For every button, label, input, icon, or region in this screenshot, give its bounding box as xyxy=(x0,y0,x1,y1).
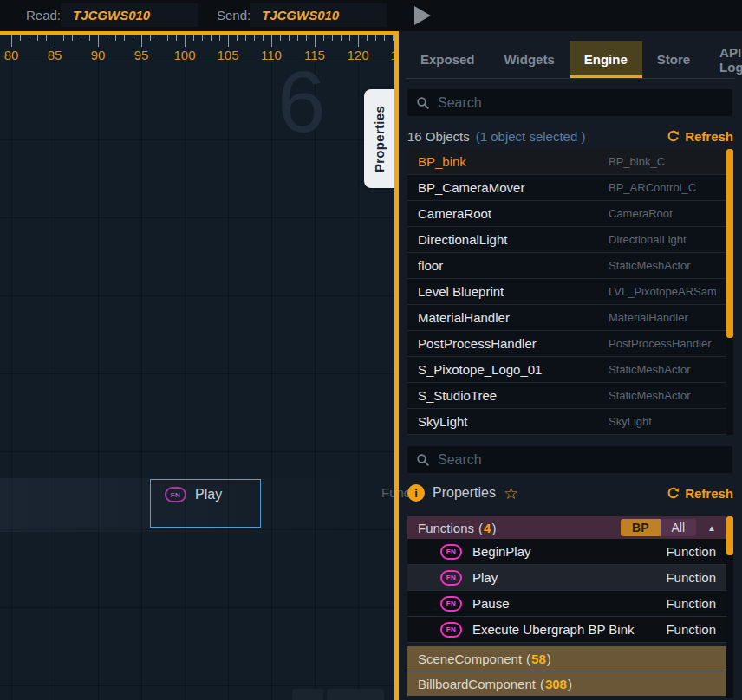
objects-selected-count: (1 object selected ) xyxy=(476,129,586,144)
object-name: DirectionalLight xyxy=(418,232,609,247)
object-row[interactable]: Level BlueprintLVL_PixotopeARSample.. xyxy=(407,279,726,305)
object-row[interactable]: MaterialHandlerMaterialHandler xyxy=(407,305,726,331)
bp-all-toggle: BP All xyxy=(621,519,696,536)
ruler-minor-tick xyxy=(167,35,168,41)
fn-icon: FN xyxy=(440,544,462,560)
info-icon[interactable]: i xyxy=(407,484,425,502)
favorite-star-icon[interactable]: ☆ xyxy=(504,485,518,502)
object-class: BP_bink_C xyxy=(609,155,716,168)
function-row[interactable]: FNExecute Ubergraph BP BinkFunction xyxy=(407,617,726,643)
tab-widgets[interactable]: Widgets xyxy=(490,41,570,78)
object-row[interactable]: CameraRootCameraRoot xyxy=(407,201,726,227)
viewport-canvas[interactable]: 80859095100105110115120125 6 FN Play Pro… xyxy=(0,31,399,700)
read-input[interactable] xyxy=(61,3,198,27)
tab-exposed[interactable]: Exposed xyxy=(406,41,490,78)
ruler-major-tick xyxy=(141,35,142,47)
object-row[interactable]: BP_binkBP_bink_C xyxy=(407,149,726,175)
object-row[interactable]: S_Pixotope_Logo_01StaticMeshActor xyxy=(407,357,726,383)
ruler-minor-tick xyxy=(367,35,368,41)
functions-section-header[interactable]: Functions ( 4 ) BP All ▲ xyxy=(407,516,726,539)
functions-title: Functions xyxy=(418,521,474,535)
ruler-minor-tick xyxy=(72,35,73,41)
ruler-minor-tick xyxy=(150,35,151,41)
ruler-label: 95 xyxy=(134,48,149,62)
bp-filter-button[interactable]: BP xyxy=(621,519,660,536)
send-label: Send: xyxy=(217,8,251,23)
ruler-minor-tick xyxy=(289,35,290,41)
object-name: CameraRoot xyxy=(418,206,609,221)
ruler-minor-tick xyxy=(393,35,394,41)
ruler-label: 80 xyxy=(4,48,19,62)
object-class: CameraRoot xyxy=(609,207,716,220)
partial-bottom-widget xyxy=(327,689,384,700)
object-name: S_StudioTree xyxy=(418,388,609,403)
ruler-minor-tick xyxy=(37,35,38,41)
object-row[interactable]: SkyLightSkyLight xyxy=(407,409,726,435)
properties-search[interactable] xyxy=(407,446,732,473)
object-row[interactable]: DirectionalLightDirectionalLight xyxy=(407,227,726,253)
ruler-label: 85 xyxy=(48,48,62,62)
properties-refresh-button[interactable]: Refresh xyxy=(667,486,733,501)
ruler-minor-tick xyxy=(124,35,125,41)
ruler-minor-tick xyxy=(89,35,90,41)
canvas-border-right xyxy=(394,31,399,700)
ruler-minor-tick xyxy=(306,35,307,41)
objects-header: 16 Objects (1 object selected ) Refresh xyxy=(407,126,733,146)
tab-label: Engine xyxy=(584,52,628,67)
fn-icon: FN xyxy=(440,622,462,638)
ruler-minor-tick xyxy=(332,35,333,41)
ruler-minor-tick xyxy=(115,35,116,41)
section-title: SceneComponent xyxy=(418,651,522,666)
tab-store[interactable]: Store xyxy=(642,41,705,78)
ruler-minor-tick xyxy=(245,35,246,41)
function-row[interactable]: FNPlayFunction xyxy=(407,565,726,591)
ruler-minor-tick xyxy=(211,35,212,41)
watermark-digit: 6 xyxy=(277,54,326,149)
tab-label: Widgets xyxy=(504,52,555,67)
ruler-label: 90 xyxy=(91,48,106,62)
paren: ) xyxy=(547,651,551,666)
ruler-minor-tick xyxy=(46,35,47,41)
tab-engine[interactable]: Engine xyxy=(570,41,642,78)
object-row[interactable]: floorStaticMeshActor xyxy=(407,253,726,279)
properties-scrollbar[interactable] xyxy=(726,516,733,698)
function-row[interactable]: FNPauseFunction xyxy=(407,591,726,617)
tab-label: Exposed xyxy=(420,52,475,67)
ruler-major-tick xyxy=(185,35,186,47)
ruler-major-tick xyxy=(271,35,272,47)
objects-search[interactable] xyxy=(407,89,732,116)
functions-count: 4 xyxy=(484,521,491,535)
collapse-arrow-icon[interactable]: ▲ xyxy=(707,523,716,533)
component-section-scenecomponent[interactable]: SceneComponent(58) xyxy=(407,646,726,671)
component-section-billboardcomponent[interactable]: BillboardComponent(308) xyxy=(407,671,726,696)
paren: ( xyxy=(526,651,530,666)
function-row[interactable]: FNBeginPlayFunction xyxy=(407,539,726,565)
objects-search-input[interactable] xyxy=(438,95,724,111)
paren: ( xyxy=(478,521,483,535)
ruler-minor-tick xyxy=(237,35,238,41)
play-function-widget[interactable]: FN Play xyxy=(150,479,261,528)
send-input[interactable] xyxy=(250,3,387,27)
object-name: BP_CameraMover xyxy=(418,180,609,195)
objects-refresh-button[interactable]: Refresh xyxy=(667,129,733,144)
object-row[interactable]: BP_CameraMoverBP_ARControl_C xyxy=(407,175,726,201)
ruler-minor-tick xyxy=(202,35,203,41)
object-name: MaterialHandler xyxy=(418,310,609,325)
properties-search-input[interactable] xyxy=(438,452,724,468)
ruler-label: 105 xyxy=(217,48,238,62)
tab-api-log[interactable]: API Log xyxy=(705,41,742,78)
properties-scrollbar-thumb[interactable] xyxy=(726,516,733,555)
properties-side-tab[interactable]: Properties xyxy=(364,89,394,188)
all-filter-button[interactable]: All xyxy=(661,519,697,536)
object-row[interactable]: S_StudioTreeStaticMeshActor xyxy=(407,383,726,409)
objects-scrollbar[interactable] xyxy=(726,149,733,435)
tab-label: API Log xyxy=(719,45,742,75)
function-type: Function xyxy=(666,544,716,559)
search-icon xyxy=(416,96,430,110)
play-icon[interactable] xyxy=(414,6,431,25)
paren: ( xyxy=(540,677,544,691)
canvas-border-top xyxy=(0,31,399,35)
read-label: Read: xyxy=(26,8,61,23)
object-row[interactable]: PostProcessHandlerPostProcessHandler xyxy=(407,331,726,357)
objects-scrollbar-thumb[interactable] xyxy=(726,149,733,338)
